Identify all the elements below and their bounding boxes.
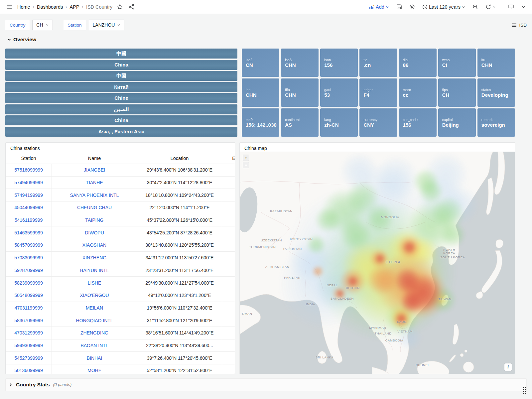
station-name-link[interactable]: XINZHENG — [52, 252, 137, 264]
station-name-link[interactable]: BAIYUN INTL — [52, 264, 137, 277]
stat-tile-value: 86 — [403, 62, 437, 68]
station-id-link[interactable]: 54527399999 — [6, 352, 52, 364]
breadcrumb-current: ISD Country — [86, 4, 112, 10]
country-variable-label: Country — [5, 20, 30, 30]
station-name-link[interactable]: XIAO'ERGOU — [52, 289, 137, 302]
station-id-link[interactable]: 59287099999 — [6, 264, 52, 277]
stat-tile: dial 86 — [399, 49, 437, 77]
gear-icon — [409, 4, 415, 10]
column-header-location[interactable]: Location — [137, 156, 222, 161]
stat-tile: capital Beijing — [438, 108, 476, 137]
map-zoom-out-button[interactable]: − — [243, 162, 249, 168]
station-variable-label: Station — [64, 20, 86, 30]
column-header-elevation[interactable]: Elevation — [222, 156, 235, 161]
map-attribution-info-button[interactable]: i — [504, 363, 512, 371]
station-id-link[interactable]: 50548099999 — [6, 289, 52, 302]
stations-table-header: Station Name Location Elevation — [6, 153, 235, 164]
time-range-picker[interactable]: Last 120 years — [421, 3, 466, 11]
station-id-link[interactable]: 57494199999 — [6, 189, 52, 201]
country-variable-dropdown[interactable]: CH — [32, 20, 53, 30]
station-id-link[interactable]: 45044099999 — [6, 201, 52, 214]
station-location: 30°47'2.400"N 114°12'28.800"E — [137, 177, 222, 189]
breadcrumb-app[interactable]: APP — [70, 4, 79, 10]
station-id-link[interactable]: 57083099999 — [6, 252, 52, 264]
station-location: 22°38'20.400"N 113°48'39.600... — [137, 339, 222, 352]
station-name-link[interactable]: SANYA PHOENIX INTL — [52, 189, 137, 201]
time-range-label: Last 120 years — [429, 4, 461, 10]
chevron-down-icon — [492, 5, 496, 9]
station-id-link[interactable]: 57494099999 — [6, 177, 52, 189]
toolbar-collapse-chevron[interactable] — [520, 4, 527, 10]
breadcrumb-home[interactable]: Home — [17, 4, 30, 10]
magnifier-minus-icon — [472, 4, 478, 10]
map-viewport[interactable]: KAZAKHSTAN MONGOLIA UZBEKISTAN KYRGYZSTA… — [240, 152, 515, 374]
station-id-link[interactable]: 58457099999 — [6, 239, 52, 251]
menu-icon[interactable] — [5, 3, 14, 11]
share-icon[interactable] — [127, 3, 136, 11]
column-header-name[interactable]: Name — [52, 156, 137, 161]
station-id-link[interactable]: 54161199999 — [6, 214, 52, 226]
station-id-link[interactable]: 59493099999 — [6, 339, 52, 352]
station-location: 34°31'12.000"N 113°50'27.600"E — [137, 252, 222, 264]
favorite-star-icon[interactable] — [116, 3, 124, 11]
station-id-link[interactable]: 58367099999 — [6, 314, 52, 327]
stat-tile: iso3 CHN — [281, 49, 319, 77]
stat-tile-label: status — [481, 88, 515, 92]
stat-tile-label: capital — [442, 118, 476, 122]
station-variable-dropdown[interactable]: LANZHOU — [89, 20, 125, 30]
add-panel-button[interactable]: Add — [368, 3, 390, 11]
station-name-link[interactable]: TIANHE — [52, 177, 137, 189]
station-name-link[interactable]: BINHAI — [52, 352, 137, 364]
station-name-link[interactable]: DIWOPU — [52, 226, 137, 239]
station-name-link[interactable]: MEILAN — [52, 302, 137, 314]
station-id-link[interactable]: 51463599999 — [6, 226, 52, 239]
china-map-panel: China map — [239, 142, 515, 374]
breadcrumb-dashboards[interactable]: Dashboards — [37, 4, 63, 10]
stat-tile-value: 156: 142..030 — [246, 122, 279, 128]
stat-tile-label: cur_code — [403, 118, 437, 122]
overview-row-header[interactable]: Overview — [7, 37, 36, 43]
stat-tile-value: 156 — [403, 122, 437, 128]
stat-tile-label: iso3 — [285, 58, 319, 62]
stat-tile-label: fips — [442, 88, 476, 92]
clock-icon — [422, 4, 428, 10]
station-id-link[interactable]: 50136099999 — [6, 364, 52, 374]
station-id-link[interactable]: 47031199999 — [6, 302, 52, 314]
station-location: 29°49'30.000"N 121°27'54.000"E — [137, 277, 222, 289]
station-id-link[interactable]: 47031299999 — [6, 327, 52, 339]
refresh-icon — [485, 4, 491, 10]
chevron-down-icon — [117, 23, 120, 27]
station-name-link[interactable]: LISHE — [52, 277, 137, 289]
stat-tile: status Developing — [477, 78, 515, 107]
stat-tile: m49 156: 142..030 — [242, 108, 279, 137]
column-header-station[interactable]: Station — [6, 156, 52, 161]
map-zoom-in-button[interactable]: + — [243, 155, 249, 161]
zoom-out-time-button[interactable] — [471, 3, 479, 11]
station-name-link[interactable]: TAIPING — [52, 214, 137, 226]
station-name-link[interactable]: JIANGBEI — [52, 164, 137, 176]
table-row: 58239099999 LISHE 29°49'30.000"N 121°27'… — [6, 276, 235, 289]
station-name-link[interactable]: HONGQIAO INTL — [52, 314, 137, 327]
station-name-link[interactable]: XIAOSHAN — [52, 239, 137, 251]
stat-tile: wmo CI — [438, 49, 476, 77]
table-row: 59493099999 BAOAN INTL 22°38'20.400"N 11… — [6, 339, 235, 352]
stat-tile-value: CI — [442, 62, 476, 68]
station-id-link[interactable]: 57516099999 — [6, 164, 52, 176]
station-name-link[interactable]: ZHENGDING — [52, 327, 137, 339]
stat-tile: tld .cn — [359, 49, 397, 77]
refresh-button[interactable] — [484, 3, 497, 11]
station-name-link[interactable]: MOHE — [52, 364, 137, 374]
drag-handle-icon[interactable] — [523, 387, 526, 394]
variables-row: Country CH Station LANZHOU ISD — [5, 19, 527, 31]
country-stats-row[interactable]: Country Stats (0 panels) — [5, 378, 527, 391]
station-elevation: 139 m — [222, 214, 235, 226]
station-id-link[interactable]: 58239099999 — [6, 277, 52, 289]
station-location: 49°12'0.000"N 123°43'1.200"E — [137, 289, 222, 302]
save-dashboard-button[interactable] — [395, 3, 403, 11]
station-name-link[interactable]: BAOAN INTL — [52, 339, 137, 352]
station-name-link[interactable]: CHEUNG CHAU — [52, 201, 137, 214]
dashboard-settings-button[interactable] — [408, 3, 416, 11]
isd-dashboard-link[interactable]: ISD — [512, 23, 527, 28]
stat-tile: ioc CHN — [242, 78, 279, 107]
kiosk-mode-button[interactable] — [507, 3, 515, 11]
